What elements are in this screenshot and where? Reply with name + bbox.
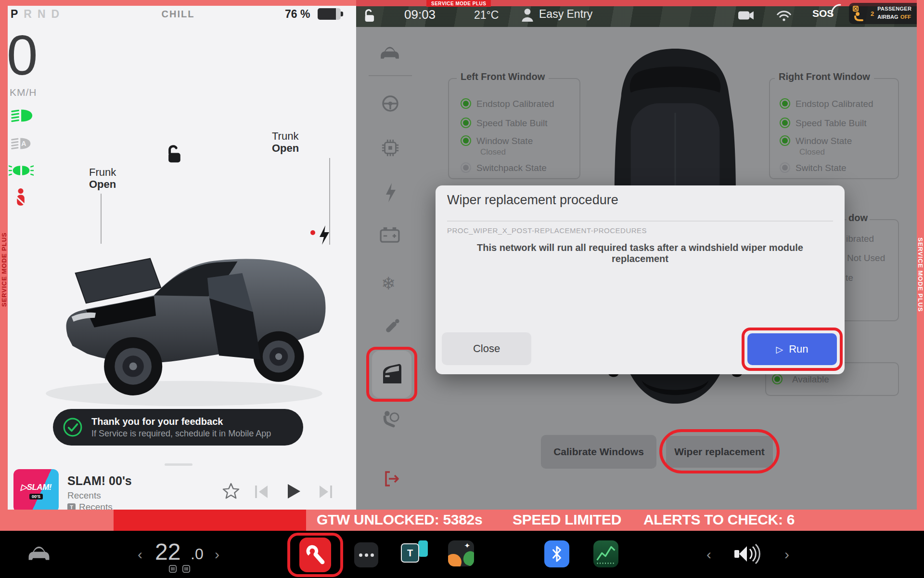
album-play-glyph: ▷ (21, 483, 27, 492)
gear-r: R (24, 8, 32, 21)
airbag-warning-icon (853, 6, 867, 21)
frunk-label: FrunkOpen (89, 166, 116, 191)
album-art-badge: 00'S (29, 494, 43, 499)
annotation-service-app (287, 533, 343, 577)
page-indicator[interactable] (165, 463, 192, 466)
status-unlocked-icon[interactable] (363, 9, 374, 23)
svg-text:A: A (21, 140, 26, 147)
available-label: Available (792, 374, 829, 385)
status-clock: 09:03 (404, 7, 436, 22)
calibrate-windows-button[interactable]: Calibrate Windows (541, 435, 656, 469)
status-label: Speed Table Built (796, 118, 867, 129)
status-radio (780, 118, 790, 128)
battery-percentage: 76 % (285, 8, 310, 21)
seatbelt-warning-icon (13, 188, 29, 207)
temp-decrease-chevron[interactable]: ‹ (138, 546, 142, 563)
airbag-label-airbag: AIRBAG (877, 14, 898, 20)
low-beam-icon (11, 108, 34, 123)
previous-track-icon[interactable] (254, 485, 270, 499)
gear-p: P (11, 8, 18, 21)
media-source-row: T Recents (67, 502, 113, 510)
speed-unit: KM/H (10, 87, 37, 98)
next-track-icon[interactable] (317, 485, 333, 499)
airbag-label-passenger: PASSENGER (877, 6, 911, 12)
album-art[interactable]: ▷SLAM! 00'S (13, 469, 59, 510)
toast-subtitle: If Service is required, schedule it in M… (91, 429, 271, 439)
hidden-panel-fragment: Not Used (847, 253, 885, 263)
sidebar-divider (369, 75, 412, 76)
sidebar-steering-icon[interactable] (381, 94, 399, 113)
t-media-app-icon[interactable]: T (401, 540, 429, 565)
status-label: Endstop Calibrated (476, 99, 554, 109)
wifi-icon[interactable] (776, 9, 792, 22)
hidden-panel-title-fragment: dow (847, 212, 870, 223)
sidebar-hvac-snowflake-icon[interactable]: ❄ (381, 274, 396, 294)
gear-indicator: P R N D (11, 8, 59, 21)
speedometer-value: 0 (7, 23, 38, 88)
status-radio (461, 98, 471, 109)
instrument-cluster: P R N D CHILL 76 % 0 KM/H A (0, 0, 356, 510)
charge-port-indicator (310, 230, 315, 235)
sidebar-exit-icon[interactable] (383, 470, 400, 488)
status-outside-temp[interactable]: 21°C (474, 9, 499, 22)
status-label: Window State (796, 136, 852, 146)
battery-icon (318, 8, 341, 20)
toast-title: Thank you for your feedback (91, 416, 271, 427)
status-radio (461, 118, 471, 128)
dialog-title: Wiper replacement procedure (447, 193, 618, 208)
profile-name[interactable]: Easy Entry (539, 8, 592, 21)
bluetooth-app-icon[interactable] (544, 540, 569, 567)
alerts-to-check-label: ALERTS TO CHECK: 6 (643, 512, 795, 528)
gear-n: N (38, 8, 46, 21)
sidebar-suspension-icon[interactable] (382, 318, 400, 336)
sidebar-12v-battery-icon[interactable] (379, 226, 400, 243)
hidden-panel-fragment: te (846, 273, 853, 283)
volume-speaker-icon[interactable] (733, 542, 760, 565)
dashcam-icon[interactable] (738, 10, 755, 21)
position-lamps-icon (9, 164, 34, 177)
gear-d: D (51, 8, 60, 21)
sidebar-chip-icon[interactable] (381, 139, 399, 157)
sidebar-airbag-icon[interactable] (381, 409, 400, 429)
check-circle-icon (63, 417, 83, 437)
media-subtitle: Recents (67, 490, 101, 501)
sos-signal-arc-icon (831, 4, 841, 15)
status-label: Speed Table Built (476, 118, 548, 129)
more-apps-icon[interactable] (354, 542, 378, 567)
favorite-star-icon[interactable] (222, 483, 240, 499)
cabin-temp-decimal: .0 (191, 545, 204, 563)
defrost-front-icon[interactable] (168, 565, 177, 573)
service-mode-left-label: SERVICE MODE PLUS (0, 222, 8, 318)
media-track-title[interactable]: SLAM! 00's (67, 474, 132, 488)
banner-progress-block (114, 510, 306, 531)
line-chart-icon (595, 542, 616, 565)
auto-headlight-icon: A (11, 136, 32, 151)
tesla-service-screenshot: P R N D CHILL 76 % 0 KM/H A (0, 0, 924, 578)
dialog-divider (447, 221, 833, 222)
stocks-app-icon[interactable] (593, 540, 618, 567)
annotation-door-tile (366, 347, 417, 402)
volume-down-chevron[interactable]: ‹ (706, 546, 711, 563)
status-radio (780, 162, 790, 173)
weather-app-icon[interactable]: ✦ (448, 540, 474, 566)
status-label: Endstop Calibrated (796, 99, 873, 109)
left-front-window-title: Left Front Window (457, 71, 549, 82)
airbag-count: 2 (871, 10, 874, 17)
sidebar-vehicle-icon[interactable] (379, 44, 400, 62)
annotation-run-button (742, 328, 843, 371)
sidebar-high-voltage-icon[interactable] (384, 183, 397, 202)
volume-up-chevron[interactable]: › (784, 546, 789, 563)
album-art-title: SLAM! (27, 483, 51, 492)
defrost-rear-icon[interactable] (182, 565, 191, 573)
profile-person-icon[interactable] (521, 7, 534, 22)
taskbar-car-icon[interactable] (27, 543, 51, 564)
trunk-label: TrunkOpen (272, 130, 299, 155)
play-icon[interactable] (286, 483, 302, 500)
airbag-label-off: OFF (900, 14, 911, 20)
close-button[interactable]: Close (442, 332, 531, 365)
dialog-description: This network will run all required tasks… (460, 242, 821, 264)
cabin-temp-value[interactable]: 22 (155, 539, 180, 565)
temp-increase-chevron[interactable]: › (215, 546, 219, 563)
t-app-letter-tile: T (401, 543, 419, 563)
hidden-panel-fragment: ibrated (846, 234, 874, 244)
